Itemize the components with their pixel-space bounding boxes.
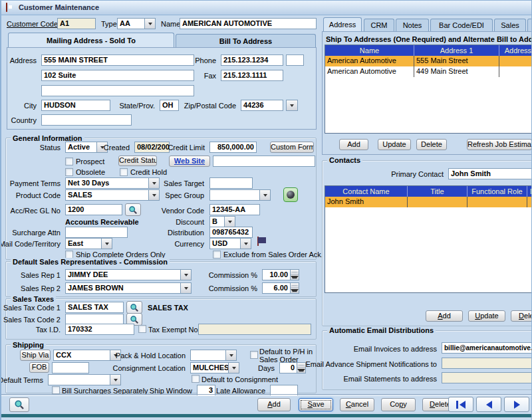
- commission2-stepper[interactable]: 6.00: [262, 282, 299, 294]
- chevron-down-icon[interactable]: [101, 239, 112, 249]
- ship-to-update-button[interactable]: Update: [378, 139, 411, 150]
- sales-rep1-select[interactable]: JIMMY DEE: [65, 269, 192, 280]
- column-functional-role[interactable]: Functional Role: [467, 186, 527, 197]
- surcharge-attn-field[interactable]: [65, 227, 128, 238]
- credit-limit-field[interactable]: 850,000.00: [209, 142, 257, 153]
- obsolete-checkbox[interactable]: [65, 168, 73, 176]
- mail-code-select[interactable]: East: [65, 238, 112, 249]
- contacts-delete-button[interactable]: Delete: [511, 310, 532, 322]
- prospect-checkbox[interactable]: [65, 158, 73, 165]
- ship-via-select[interactable]: CCX: [53, 350, 121, 361]
- spin-down-icon[interactable]: [291, 288, 299, 293]
- spin-down-icon[interactable]: [291, 275, 299, 280]
- ship-to-row-selected[interactable]: American Automotive 555 Main Street: [325, 56, 532, 66]
- tab-bill-to-address[interactable]: Bill To Address: [176, 34, 316, 48]
- type-select[interactable]: AA: [117, 18, 156, 29]
- save-button[interactable]: Save: [299, 398, 333, 411]
- default-consignment-checkbox[interactable]: [192, 375, 200, 383]
- sales-target-field[interactable]: [209, 177, 253, 189]
- chevron-down-icon[interactable]: [259, 190, 270, 200]
- copy-button[interactable]: Copy: [381, 398, 416, 411]
- column-address2[interactable]: Address 2: [499, 45, 532, 56]
- phone-ext-field[interactable]: [286, 54, 304, 66]
- days-stepper[interactable]: 0: [279, 362, 306, 373]
- email-invoices-field[interactable]: billie@americanautomotive.com: [442, 342, 532, 354]
- cancel-button[interactable]: Cancel: [340, 398, 374, 411]
- chevron-down-icon[interactable]: [228, 363, 239, 373]
- contact-row-selected[interactable]: John Smith: [325, 197, 532, 207]
- pack-hold-select[interactable]: [190, 350, 237, 361]
- add-button[interactable]: Add: [257, 398, 291, 411]
- column-address1[interactable]: Address 1: [414, 45, 499, 56]
- tab-transactions[interactable]: Transactions: [527, 19, 532, 32]
- column-clipped[interactable]: D: [527, 186, 532, 197]
- ship-to-table[interactable]: Name Address 1 Address 2 American Automo…: [325, 45, 532, 134]
- commission1-stepper[interactable]: 10.00: [262, 269, 299, 280]
- chevron-down-icon[interactable]: [110, 375, 120, 385]
- column-title[interactable]: Title: [408, 186, 467, 197]
- chevron-down-icon[interactable]: [240, 239, 251, 249]
- customer-name-field[interactable]: AMERICAN AUTOMOTIVE: [180, 18, 317, 29]
- ship-via-button[interactable]: Ship Via: [20, 350, 51, 361]
- spec-group-select[interactable]: [209, 189, 271, 201]
- web-site-field[interactable]: [213, 156, 315, 167]
- address-line2-field[interactable]: 102 Suite: [41, 70, 194, 81]
- tax-exempt-checkbox[interactable]: [138, 325, 146, 333]
- state-field[interactable]: OH: [160, 100, 179, 111]
- discount-select[interactable]: B: [209, 216, 235, 227]
- nav-first-button[interactable]: [448, 397, 473, 412]
- tax-code1-field[interactable]: SALES TAX: [65, 302, 124, 313]
- web-site-button[interactable]: Web Site: [169, 156, 210, 167]
- chevron-down-icon[interactable]: [148, 178, 159, 188]
- contacts-update-button[interactable]: Update: [468, 310, 505, 322]
- ship-to-delete-button[interactable]: Delete: [416, 139, 447, 150]
- distribution-field[interactable]: 098765432: [209, 227, 253, 238]
- tab-notes[interactable]: Notes: [396, 19, 429, 32]
- exclude-ack-checkbox[interactable]: [213, 251, 221, 259]
- tab-crm[interactable]: CRM: [364, 19, 394, 32]
- vendor-code-field[interactable]: 12345-AA: [209, 204, 260, 215]
- address-line1-field[interactable]: 555 MAIN STREET: [41, 54, 194, 66]
- primary-contact-field[interactable]: John Smith: [448, 168, 532, 179]
- custom-forms-button[interactable]: Custom Forms: [270, 142, 314, 153]
- nav-next-button[interactable]: [504, 397, 529, 412]
- credit-hold-checkbox[interactable]: [120, 168, 128, 176]
- default-terms-select[interactable]: [48, 374, 121, 385]
- currency-select[interactable]: USD: [209, 238, 251, 249]
- tab-mailing-address[interactable]: Mailing Address - Sold To: [8, 33, 174, 48]
- contacts-table[interactable]: Contact Name Title Functional Role D Joh…: [325, 185, 532, 293]
- sales-rep2-select[interactable]: JAMES BROWN: [65, 282, 192, 294]
- tab-address[interactable]: Address: [323, 17, 362, 32]
- chevron-down-icon[interactable]: [225, 350, 236, 360]
- spin-up-icon[interactable]: [291, 283, 299, 288]
- city-field[interactable]: HUDSON: [41, 100, 110, 111]
- tax-id-field[interactable]: 170332: [65, 324, 134, 335]
- spin-up-icon[interactable]: [291, 270, 299, 275]
- default-ph-checkbox[interactable]: [250, 351, 258, 359]
- acc-rec-gl-field[interactable]: 1200: [65, 204, 122, 215]
- fob-button[interactable]: FOB: [29, 362, 49, 373]
- product-code-select[interactable]: SALES: [65, 189, 160, 201]
- chevron-down-icon[interactable]: [180, 283, 191, 293]
- column-contact-name[interactable]: Contact Name: [325, 186, 408, 197]
- tab-bar-code-edi[interactable]: Bar Code/EDI: [430, 19, 493, 32]
- acc-rec-lookup-button[interactable]: [125, 203, 141, 216]
- ship-to-row[interactable]: American Automotive 449 Main Street: [325, 66, 532, 77]
- chevron-down-icon[interactable]: [224, 217, 235, 227]
- camera-icon[interactable]: [283, 187, 298, 202]
- nav-previous-button[interactable]: [476, 397, 501, 412]
- spin-down-icon[interactable]: [297, 368, 305, 373]
- chevron-down-icon[interactable]: [144, 19, 155, 29]
- column-name[interactable]: Name: [325, 45, 414, 56]
- consignment-select[interactable]: MULCHES: [190, 362, 239, 373]
- fob-field[interactable]: [52, 362, 89, 373]
- customer-code-field[interactable]: A1: [57, 18, 96, 29]
- global-search-button[interactable]: [9, 397, 29, 412]
- payment-terms-select[interactable]: Net 30 Days: [65, 177, 160, 189]
- fax-field[interactable]: 215.123.1111: [221, 70, 283, 81]
- address-line3-field[interactable]: [41, 85, 194, 96]
- credit-status-button[interactable]: Credit Status: [118, 156, 157, 166]
- customer-code-label[interactable]: Customer Code: [7, 20, 58, 29]
- zip-dropdown-button[interactable]: [286, 100, 298, 111]
- ship-to-add-button[interactable]: Add: [339, 139, 368, 150]
